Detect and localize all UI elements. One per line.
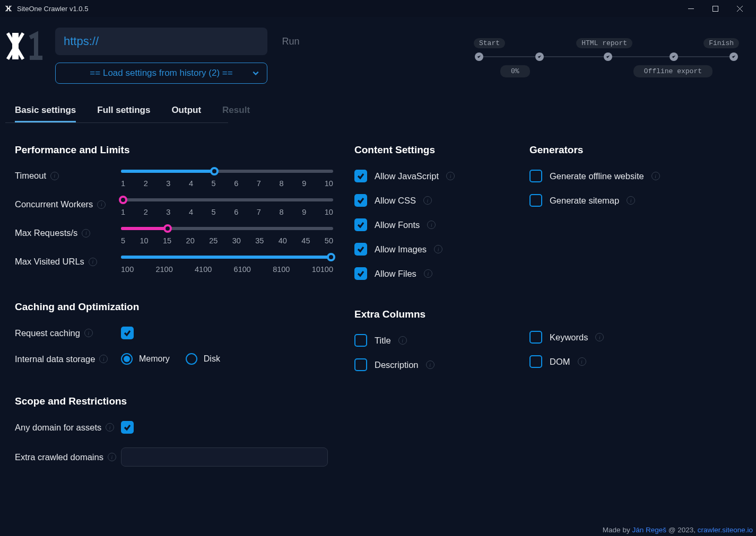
history-select[interactable]: == Load settings from history (2) == bbox=[55, 63, 267, 84]
urls-label: Max Visited URLs bbox=[15, 257, 84, 267]
info-icon[interactable]: i bbox=[50, 172, 59, 180]
allow-js-label: Allow JavaScript bbox=[375, 171, 439, 181]
description-label: Description bbox=[375, 360, 419, 370]
tabs: Basic settings Full settings Output Resu… bbox=[0, 84, 756, 122]
footer: Made by Ján Regeš @ 2023, crawler.siteon… bbox=[603, 526, 753, 534]
allow-images-label: Allow Images bbox=[375, 244, 427, 254]
workers-label: Concurrent Workers bbox=[15, 199, 93, 209]
reqcache-label: Request caching bbox=[15, 328, 80, 338]
timeout-slider[interactable]: 12345678910 bbox=[121, 170, 333, 188]
window-title: SiteOne Crawler v1.0.5 bbox=[17, 5, 88, 13]
info-icon[interactable]: i bbox=[398, 336, 407, 345]
gen-sitemap-checkbox[interactable] bbox=[529, 194, 542, 207]
info-icon[interactable]: i bbox=[108, 453, 116, 461]
rps-label: Max Requests/s bbox=[15, 228, 77, 238]
memory-radio[interactable] bbox=[121, 353, 133, 365]
description-checkbox[interactable] bbox=[354, 358, 367, 371]
dom-label: DOM bbox=[550, 357, 570, 367]
extracols-heading: Extra Columns bbox=[354, 309, 519, 320]
step-start: Start bbox=[474, 38, 505, 48]
gen-sitemap-label: Generate sitemap bbox=[550, 196, 619, 206]
info-icon[interactable]: i bbox=[627, 196, 635, 205]
tab-result: Result bbox=[222, 105, 250, 122]
step-progress: 0% bbox=[500, 65, 530, 77]
workers-slider[interactable]: 12345678910 bbox=[121, 198, 333, 216]
info-icon[interactable]: i bbox=[578, 357, 586, 366]
cache-heading: Caching and Optimization bbox=[15, 301, 344, 313]
info-icon[interactable]: i bbox=[446, 172, 455, 180]
allow-css-label: Allow CSS bbox=[375, 196, 416, 206]
keywords-label: Keywords bbox=[550, 332, 588, 342]
urls-slider[interactable]: 100210041006100810010100 bbox=[121, 256, 333, 274]
timeout-label: Timeout bbox=[15, 171, 46, 181]
url-input[interactable] bbox=[55, 28, 267, 55]
site-link[interactable]: crawler.siteone.io bbox=[698, 526, 753, 534]
progress-stepper: Start HTML report Finish 0% Offline expo… bbox=[474, 38, 739, 77]
app-icon bbox=[4, 4, 13, 13]
info-icon[interactable]: i bbox=[434, 245, 442, 253]
info-icon[interactable]: i bbox=[423, 196, 432, 205]
tab-output[interactable]: Output bbox=[171, 105, 201, 122]
gen-offline-checkbox[interactable] bbox=[529, 170, 542, 182]
check-icon bbox=[535, 52, 544, 61]
content-heading: Content Settings bbox=[354, 144, 519, 156]
reqcache-checkbox[interactable] bbox=[121, 327, 134, 339]
history-label: == Load settings from history (2) == bbox=[90, 68, 232, 78]
step-finish: Finish bbox=[703, 38, 739, 48]
info-icon[interactable]: i bbox=[89, 258, 97, 266]
step-offline: Offline export bbox=[633, 65, 712, 77]
allow-files-checkbox[interactable] bbox=[354, 267, 367, 280]
tab-full-settings[interactable]: Full settings bbox=[97, 105, 150, 122]
extra-label: Extra crawled domains bbox=[15, 452, 103, 462]
rps-slider[interactable]: 5101520253035404550 bbox=[121, 227, 333, 245]
allow-css-checkbox[interactable] bbox=[354, 194, 367, 207]
allow-js-checkbox[interactable] bbox=[354, 170, 367, 182]
titlebar: SiteOne Crawler v1.0.5 bbox=[0, 0, 756, 17]
maximize-button[interactable] bbox=[703, 0, 727, 17]
disk-radio[interactable] bbox=[186, 353, 197, 365]
info-icon[interactable]: i bbox=[424, 269, 432, 278]
minimize-button[interactable] bbox=[679, 0, 703, 17]
keywords-checkbox[interactable] bbox=[529, 331, 542, 344]
chevron-down-icon bbox=[252, 69, 259, 80]
check-icon bbox=[670, 52, 678, 61]
info-icon[interactable]: i bbox=[99, 355, 108, 363]
storage-label: Internal data storage bbox=[15, 354, 95, 364]
memory-label: Memory bbox=[139, 354, 170, 364]
title-checkbox[interactable] bbox=[354, 334, 367, 347]
svg-rect-0 bbox=[712, 6, 718, 11]
allow-files-label: Allow Files bbox=[375, 269, 416, 279]
generators-heading: Generators bbox=[529, 144, 694, 156]
info-icon[interactable]: i bbox=[97, 200, 106, 209]
info-icon[interactable]: i bbox=[427, 221, 436, 229]
gen-offline-label: Generate offline website bbox=[550, 171, 644, 181]
perf-heading: Performance and Limits bbox=[15, 144, 344, 156]
info-icon[interactable]: i bbox=[84, 329, 93, 337]
run-button[interactable]: Run bbox=[274, 28, 308, 55]
anydomain-label: Any domain for assets bbox=[15, 423, 101, 433]
allow-fonts-label: Allow Fonts bbox=[375, 220, 420, 230]
scope-heading: Scope and Restrictions bbox=[15, 396, 344, 407]
info-icon[interactable]: i bbox=[595, 333, 604, 341]
step-html: HTML report bbox=[576, 38, 632, 48]
disk-label: Disk bbox=[204, 354, 220, 364]
info-icon[interactable]: i bbox=[106, 423, 114, 432]
check-icon bbox=[604, 52, 612, 61]
extra-domains-input[interactable] bbox=[121, 447, 328, 467]
allow-images-checkbox[interactable] bbox=[354, 243, 367, 256]
info-icon[interactable]: i bbox=[82, 229, 90, 238]
dom-checkbox[interactable] bbox=[529, 355, 542, 368]
tab-basic-settings[interactable]: Basic settings bbox=[15, 105, 76, 122]
logo bbox=[6, 28, 49, 65]
anydomain-checkbox[interactable] bbox=[121, 421, 134, 434]
header: Run == Load settings from history (2) ==… bbox=[0, 17, 756, 84]
check-icon bbox=[729, 52, 738, 61]
title-label: Title bbox=[375, 336, 391, 346]
close-button[interactable] bbox=[727, 0, 752, 17]
allow-fonts-checkbox[interactable] bbox=[354, 218, 367, 231]
check-icon bbox=[475, 52, 483, 61]
author-link[interactable]: Ján Regeš bbox=[632, 526, 666, 534]
info-icon[interactable]: i bbox=[651, 172, 660, 180]
info-icon[interactable]: i bbox=[426, 361, 435, 369]
